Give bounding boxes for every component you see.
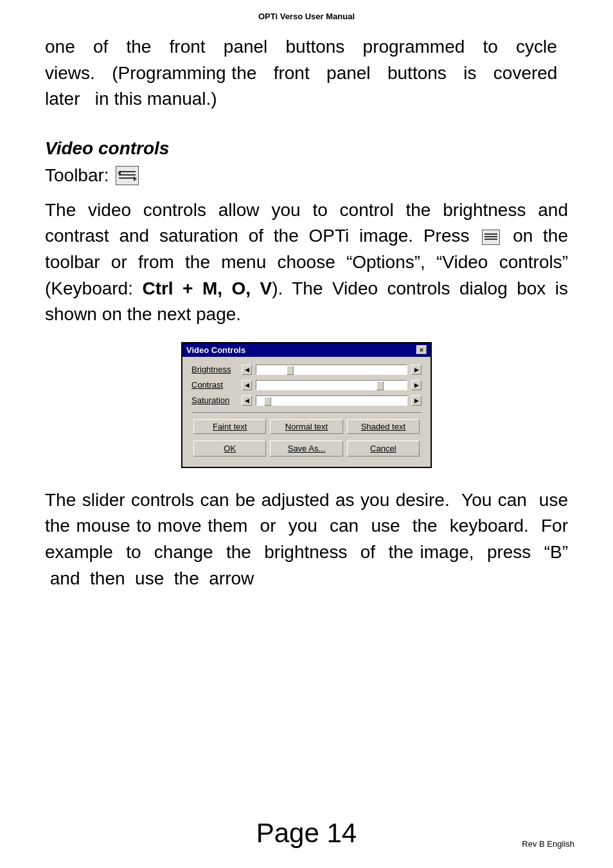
ok-button[interactable]: OK — [193, 440, 266, 457]
main-content: one of the front panel buttons pro­gramm… — [0, 28, 613, 630]
brightness-left-btn[interactable]: ◀ — [242, 365, 252, 375]
saturation-underline: S — [191, 395, 197, 405]
contrast-row: Contrast ◀ ▶ — [191, 380, 422, 390]
saturation-thumb[interactable] — [264, 397, 271, 406]
dialog-divider-1 — [191, 412, 422, 413]
contrast-underline: C — [191, 380, 197, 390]
contrast-right-btn[interactable]: ▶ — [411, 380, 422, 390]
saturation-track[interactable] — [256, 395, 407, 406]
saturation-left-btn[interactable]: ◀ — [242, 395, 252, 406]
body-paragraph-1: The video controls allow you to control … — [45, 197, 568, 328]
page-footer: Page 14 Rev B English — [0, 818, 613, 849]
toolbar-label: Toolbar: — [45, 165, 109, 186]
section-title: Video controls — [45, 138, 568, 159]
faint-text-button[interactable]: Faint text — [193, 419, 266, 434]
header-title: OPTi Verso User Manual — [258, 12, 355, 21]
intro-paragraph: one of the front panel buttons pro­gramm… — [45, 34, 568, 113]
action-button-row: OK Save As... Cancel — [191, 440, 422, 459]
bottom-paragraph: The slider controls can be adjusted as y… — [45, 487, 568, 592]
arrow-right-icon — [134, 176, 137, 181]
video-controls-dialog: Video Controls × Brightness ◀ ▶ — [181, 342, 432, 468]
saturation-label: Saturation — [191, 395, 238, 405]
contrast-label: Contrast — [191, 380, 238, 390]
arrow-left-icon — [118, 170, 121, 176]
brightness-track[interactable] — [256, 365, 407, 375]
saturation-row: Saturation ◀ ▶ — [191, 395, 422, 406]
contrast-thumb[interactable] — [377, 381, 384, 390]
brightness-row: Brightness ◀ ▶ — [191, 365, 422, 375]
toolbar-icon — [116, 166, 139, 185]
contrast-track[interactable] — [256, 380, 407, 390]
inline-toolbar-icon — [482, 230, 500, 245]
dialog-close-button[interactable]: × — [416, 345, 427, 354]
dialog-titlebar: Video Controls × — [182, 343, 431, 357]
normal-text-button[interactable]: Normal text — [270, 419, 342, 434]
brightness-right-btn[interactable]: ▶ — [411, 365, 422, 375]
dialog-wrapper: Video Controls × Brightness ◀ ▶ — [45, 342, 568, 468]
save-as-button[interactable]: Save As... — [270, 440, 342, 457]
toolbar-line: Toolbar: — [45, 165, 568, 186]
keyboard-shortcut: Ctrl + M, O, V — [142, 278, 272, 298]
brightness-underline: B — [191, 365, 197, 374]
page-header: OPTi Verso User Manual — [0, 0, 613, 28]
brightness-thumb[interactable] — [287, 366, 294, 375]
text-button-row: Faint text Normal text Shaded text — [191, 419, 422, 434]
brightness-label: Brightness — [191, 365, 238, 374]
rev-label: Rev B English — [522, 839, 574, 849]
saturation-right-btn[interactable]: ▶ — [411, 395, 422, 406]
shaded-text-button[interactable]: Shaded text — [347, 419, 420, 434]
cancel-button[interactable]: Cancel — [347, 440, 420, 457]
contrast-left-btn[interactable]: ◀ — [242, 380, 252, 390]
dialog-title: Video Controls — [186, 345, 245, 355]
dialog-body: Brightness ◀ ▶ Contrast ◀ — [182, 357, 431, 467]
page-number: Page 14 — [39, 818, 574, 849]
